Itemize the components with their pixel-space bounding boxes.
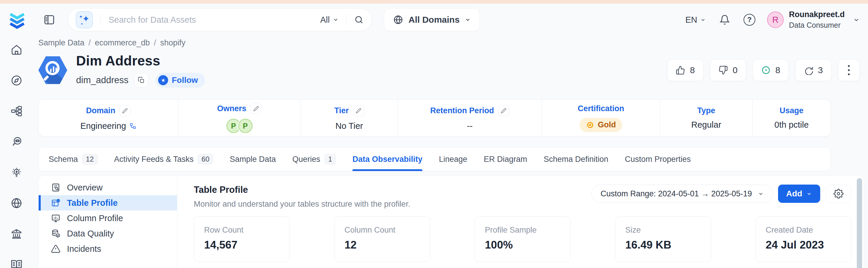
- breadcrumb-item[interactable]: ecommerce_db: [95, 38, 150, 47]
- tab-data-observability[interactable]: Data Observability: [352, 147, 422, 171]
- add-button[interactable]: Add: [778, 185, 820, 203]
- column-profile-icon: [51, 213, 60, 223]
- subnav-table-profile[interactable]: Table Profile: [39, 195, 177, 210]
- follow-button[interactable]: ★ Follow: [155, 73, 205, 88]
- table-profile-icon: [51, 198, 60, 207]
- tab-activity-feeds[interactable]: Activity Feeds & Tasks 60: [114, 147, 213, 171]
- all-domains-dropdown[interactable]: All Domains: [384, 8, 480, 31]
- date-range-dropdown[interactable]: Custom Range: 2024-05-01 → 2025-05-19: [591, 185, 772, 203]
- metadata-tier: Tier No Tier: [301, 100, 398, 136]
- chevron-down-icon: [700, 17, 706, 23]
- more-options-kebab-icon[interactable]: [838, 59, 860, 81]
- upvote-button[interactable]: 8: [667, 59, 704, 81]
- subnav-data-quality[interactable]: Data Quality: [39, 226, 177, 241]
- edit-owners-pencil-icon[interactable]: [250, 103, 261, 114]
- owner-avatar-group: P P: [226, 119, 252, 133]
- summary-card-created-date: Created Date 24 Jul 2023: [755, 216, 851, 262]
- notifications-bell-icon[interactable]: [719, 14, 730, 25]
- copy-icon[interactable]: [134, 73, 148, 87]
- entity-header: Dim Address dim_address ★ Follow: [38, 53, 860, 88]
- rail-domains-globe-icon[interactable]: [10, 197, 23, 209]
- search-scope-dropdown[interactable]: All: [320, 15, 339, 25]
- search-scope-label: All: [320, 15, 330, 25]
- owner-avatar[interactable]: P: [238, 119, 252, 133]
- settings-gear-icon[interactable]: [826, 185, 851, 203]
- chevron-down-icon: [806, 191, 812, 197]
- retention-value: --: [467, 121, 472, 131]
- subnav-column-profile[interactable]: Column Profile: [39, 210, 177, 226]
- user-role: Data Consumer: [789, 21, 845, 30]
- tab-er-diagram[interactable]: ER Diagram: [484, 147, 527, 171]
- table-service-icon: [38, 56, 67, 85]
- thumbs-down-icon: [718, 65, 728, 75]
- user-profile-menu[interactable]: R Rounakpreet.d Data Consumer: [767, 10, 860, 30]
- metadata-domain: Domain Engineering: [39, 100, 179, 136]
- user-name: Rounakpreet.d: [789, 10, 845, 19]
- section-title: Table Profile: [194, 185, 410, 195]
- breadcrumb-item[interactable]: Sample Data: [38, 38, 84, 47]
- user-avatar: R: [767, 11, 784, 28]
- tab-count-badge: 12: [82, 154, 98, 165]
- rail-platform-hierarchy-icon[interactable]: [10, 105, 23, 118]
- tab-schema[interactable]: Schema 12: [49, 147, 98, 171]
- metadata-owners: Owners P P: [179, 100, 301, 136]
- rail-glossary-book-icon[interactable]: [10, 258, 23, 268]
- help-icon[interactable]: ?: [744, 14, 755, 26]
- versions-button[interactable]: 3: [795, 59, 831, 81]
- tab-custom-properties[interactable]: Custom Properties: [625, 147, 691, 171]
- global-search-bar: ✦ ✦ ✦ All: [68, 8, 372, 31]
- rail-observability-icon[interactable]: [10, 136, 23, 148]
- rail-explore-compass-icon[interactable]: [10, 74, 23, 87]
- edit-retention-pencil-icon[interactable]: [498, 105, 509, 116]
- tab-count-badge: 1: [324, 154, 336, 165]
- top-accent-strip: [0, 0, 868, 4]
- breadcrumb-item[interactable]: shopify: [160, 38, 186, 47]
- medal-icon: [586, 121, 594, 129]
- chevron-down-icon: [465, 17, 471, 23]
- metadata-certification: Certification Gold: [542, 100, 660, 136]
- search-icon[interactable]: [354, 15, 364, 25]
- metadata-usage: Usage 0th pctile: [753, 100, 831, 136]
- edit-domain-pencil-icon[interactable]: [119, 105, 131, 116]
- language-dropdown[interactable]: EN: [685, 15, 706, 25]
- search-input[interactable]: [108, 15, 320, 25]
- overview-document-icon: [51, 183, 60, 192]
- tasks-count: 8: [775, 65, 780, 75]
- type-value: Regular: [691, 120, 721, 130]
- data-quality-icon: [51, 229, 60, 238]
- subnav-overview[interactable]: Overview: [39, 180, 177, 195]
- vertical-scrollbar[interactable]: [857, 178, 862, 268]
- tasks-button[interactable]: 8: [753, 59, 789, 81]
- rail-home-icon[interactable]: [10, 44, 23, 56]
- certification-gold-badge: Gold: [580, 118, 623, 132]
- summary-card-profile-sample: Profile Sample 100%: [474, 216, 571, 262]
- incidents-alert-icon: [51, 244, 60, 254]
- upvote-count: 8: [690, 65, 695, 75]
- sidebar-toggle-icon[interactable]: [42, 13, 56, 27]
- rail-govern-bank-icon[interactable]: [10, 228, 23, 240]
- entity-actions: 8 0 8 3: [667, 59, 860, 81]
- downvote-button[interactable]: 0: [710, 59, 746, 81]
- tab-queries[interactable]: Queries 1: [292, 147, 336, 171]
- tab-lineage[interactable]: Lineage: [439, 147, 467, 171]
- ai-sparkles-icon[interactable]: ✦ ✦ ✦: [76, 11, 93, 28]
- subnav-incidents[interactable]: Incidents: [39, 241, 177, 257]
- tab-schema-definition[interactable]: Schema Definition: [544, 147, 608, 171]
- summary-card-column-count: Column Count 12: [334, 216, 430, 262]
- tab-sample-data[interactable]: Sample Data: [230, 147, 276, 171]
- rail-insights-lightbulb-icon[interactable]: [10, 166, 23, 179]
- chevron-down-icon: [853, 16, 860, 23]
- domain-value[interactable]: Engineering: [80, 121, 126, 131]
- entity-tabs: Schema 12 Activity Feeds & Tasks 60 Samp…: [38, 147, 831, 171]
- app-logo-icon[interactable]: [8, 10, 26, 30]
- section-description: Monitor and understand your tables struc…: [194, 200, 410, 209]
- observability-panel: Overview Table Profile Column Profile: [38, 175, 864, 268]
- chevron-down-icon: [333, 17, 339, 23]
- circle-dot-icon: [761, 65, 771, 75]
- profile-controls: Custom Range: 2024-05-01 → 2025-05-19 Ad…: [591, 185, 851, 203]
- edit-tier-pencil-icon[interactable]: [353, 105, 364, 116]
- version-count: 3: [818, 65, 823, 75]
- profiler-subnav: Overview Table Profile Column Profile: [39, 176, 177, 268]
- tab-count-badge: 60: [197, 154, 213, 165]
- all-domains-label: All Domains: [408, 15, 460, 25]
